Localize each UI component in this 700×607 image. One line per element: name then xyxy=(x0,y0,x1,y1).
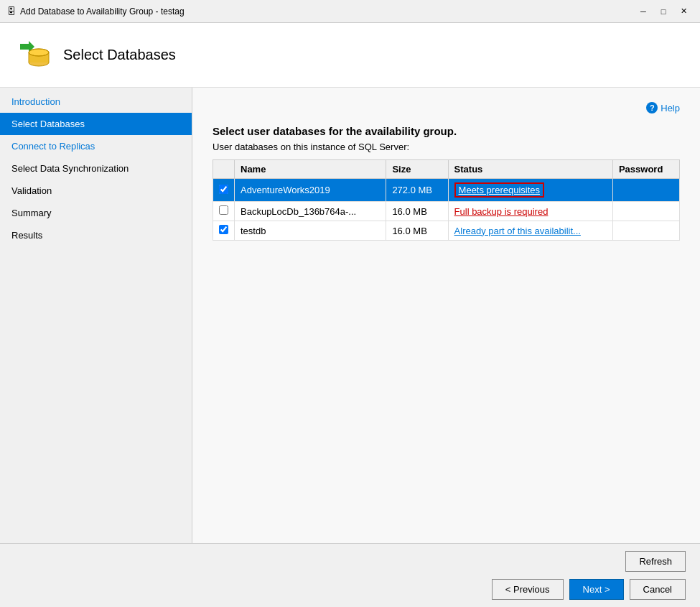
row3-name: testdb xyxy=(235,221,386,241)
col-header-password: Password xyxy=(612,160,679,179)
app-icon: 🗄 xyxy=(7,6,16,17)
previous-button[interactable]: < Previous xyxy=(492,579,564,600)
titlebar: 🗄 Add Database to Availability Group - t… xyxy=(0,0,700,23)
row1-checkbox[interactable] xyxy=(219,185,228,194)
row3-status-link[interactable]: Already part of this availabilit... xyxy=(454,226,581,236)
row3-status: Already part of this availabilit... xyxy=(448,221,612,241)
sidebar-item-introduction[interactable]: Introduction xyxy=(0,91,192,113)
sidebar-item-select-databases[interactable]: Select Databases xyxy=(0,113,192,135)
row1-name: AdventureWorks2019 xyxy=(235,179,386,202)
sidebar-item-summary[interactable]: Summary xyxy=(0,202,192,224)
col-header-name: Name xyxy=(235,160,386,179)
row1-size: 272.0 MB xyxy=(386,179,448,202)
row2-size: 16.0 MB xyxy=(386,202,448,221)
page-title: Select Databases xyxy=(63,47,176,63)
content-area: ? Help Select user databases for the ava… xyxy=(192,88,700,543)
window-title: Add Database to Availability Group - tes… xyxy=(20,6,185,17)
minimize-button[interactable]: ─ xyxy=(634,4,653,19)
next-button[interactable]: Next > xyxy=(569,579,624,600)
row2-checkbox-cell[interactable] xyxy=(213,202,235,221)
row3-password xyxy=(612,221,679,241)
header-icon xyxy=(14,37,52,74)
database-table-wrapper: Name Size Status Password AdventureWorks… xyxy=(213,159,680,529)
table-row[interactable]: BackupLocDb_136b764a-... 16.0 MB Full ba… xyxy=(213,202,680,221)
row1-status-link[interactable]: Meets prerequisites xyxy=(459,185,540,195)
help-icon: ? xyxy=(646,102,658,113)
col-header-status: Status xyxy=(448,160,612,179)
titlebar-left: 🗄 Add Database to Availability Group - t… xyxy=(7,6,185,17)
help-link-row: ? Help xyxy=(213,102,680,113)
database-table: Name Size Status Password AdventureWorks… xyxy=(213,159,680,241)
table-row[interactable]: AdventureWorks2019 272.0 MB Meets prereq… xyxy=(213,179,680,202)
content-title: Select user databases for the availabili… xyxy=(213,125,680,137)
row2-password xyxy=(612,202,679,221)
sidebar-item-select-data-sync[interactable]: Select Data Synchronization xyxy=(0,157,192,180)
refresh-row: Refresh xyxy=(14,551,686,572)
sidebar-item-connect-to-replicas[interactable]: Connect to Replicas xyxy=(0,135,192,157)
row2-status-link[interactable]: Full backup is required xyxy=(454,206,549,217)
maximize-button[interactable]: □ xyxy=(654,4,673,19)
col-header-checkbox xyxy=(213,160,235,179)
titlebar-controls: ─ □ ✕ xyxy=(634,4,693,19)
row3-size: 16.0 MB xyxy=(386,221,448,241)
row1-checkbox-cell[interactable] xyxy=(213,179,235,202)
close-button[interactable]: ✕ xyxy=(674,4,693,19)
sidebar-item-results[interactable]: Results xyxy=(0,224,192,246)
row2-name: BackupLocDb_136b764a-... xyxy=(235,202,386,221)
sidebar-item-validation[interactable]: Validation xyxy=(0,180,192,202)
help-link[interactable]: Help xyxy=(661,103,680,113)
button-row: < Previous Next > Cancel xyxy=(14,579,686,600)
content-subtitle: User databases on this instance of SQL S… xyxy=(213,142,680,152)
refresh-button[interactable]: Refresh xyxy=(625,551,686,572)
table-row[interactable]: testdb 16.0 MB Already part of this avai… xyxy=(213,221,680,241)
sidebar: Introduction Select Databases Connect to… xyxy=(0,88,192,543)
row3-checkbox-cell[interactable] xyxy=(213,221,235,241)
row2-status: Full backup is required xyxy=(448,202,612,221)
main-container: Introduction Select Databases Connect to… xyxy=(0,88,700,543)
row1-password xyxy=(612,179,679,202)
col-header-size: Size xyxy=(386,160,448,179)
row1-status-highlight: Meets prerequisites xyxy=(454,182,544,198)
cancel-button[interactable]: Cancel xyxy=(630,579,686,600)
bottom-area: Refresh < Previous Next > Cancel xyxy=(0,543,700,607)
row2-checkbox[interactable] xyxy=(219,205,228,215)
header: Select Databases xyxy=(0,23,700,88)
row3-checkbox[interactable] xyxy=(219,225,228,234)
row1-status: Meets prerequisites xyxy=(448,179,612,202)
